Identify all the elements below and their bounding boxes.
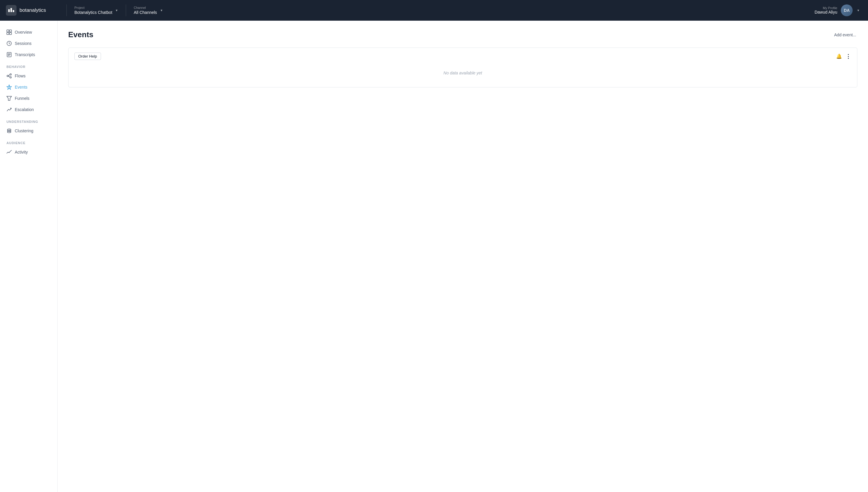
- sidebar-item-funnels-label: Funnels: [15, 96, 29, 101]
- main-content: Events Add event... Order Help 🔔 ⋮ No da…: [57, 21, 868, 492]
- event-card: Order Help 🔔 ⋮ No data available yet: [68, 48, 858, 88]
- page-title: Events: [68, 30, 93, 39]
- sidebar-item-events-label: Events: [15, 85, 27, 90]
- audience-section-label: AUDIENCE: [0, 137, 57, 146]
- project-value: Botanalytics Chatbot: [74, 10, 112, 15]
- sidebar-item-overview[interactable]: Overview: [0, 27, 57, 38]
- page-header: Events Add event...: [68, 30, 858, 39]
- channel-dropdown[interactable]: Channel All Channels ▾: [129, 3, 182, 17]
- sidebar-item-events[interactable]: Events: [0, 81, 57, 93]
- nav-divider-2: [126, 4, 126, 16]
- svg-point-14: [10, 74, 11, 75]
- activity-icon: [6, 149, 12, 155]
- svg-point-15: [10, 77, 11, 78]
- sessions-icon: [6, 41, 12, 46]
- sidebar-item-transcripts[interactable]: Transcripts: [0, 49, 57, 60]
- clustering-icon: [6, 128, 12, 133]
- avatar: DA: [841, 4, 853, 16]
- nav-divider-1: [67, 4, 67, 16]
- botanalytics-logo-icon: [6, 5, 17, 16]
- profile-name: Dawud Aliyu: [815, 10, 837, 15]
- svg-line-17: [8, 76, 10, 77]
- svg-rect-6: [7, 32, 9, 34]
- more-options-icon[interactable]: ⋮: [846, 53, 851, 60]
- svg-rect-7: [9, 32, 11, 34]
- transcripts-icon: [6, 52, 12, 57]
- understanding-section-label: UNDERSTANDING: [0, 115, 57, 125]
- svg-rect-3: [13, 10, 14, 12]
- channel-value: All Channels: [134, 10, 157, 15]
- channel-chevron-icon: ▾: [161, 8, 162, 13]
- svg-point-23: [7, 131, 11, 133]
- sidebar-item-sessions-label: Sessions: [15, 41, 32, 46]
- profile-label: My Profile: [815, 6, 837, 10]
- project-chevron-icon: ▾: [116, 8, 118, 13]
- no-data-message: No data available yet: [74, 64, 851, 82]
- svg-marker-20: [7, 96, 11, 100]
- overview-icon: [6, 29, 12, 35]
- sidebar-item-flows[interactable]: Flows: [0, 70, 57, 81]
- project-label: Project: [74, 6, 112, 9]
- event-tag: Order Help: [74, 53, 101, 60]
- escalation-icon: [6, 107, 12, 112]
- svg-rect-2: [10, 8, 12, 12]
- sidebar-item-activity[interactable]: Activity: [0, 146, 57, 158]
- svg-rect-4: [7, 30, 9, 32]
- sidebar-item-funnels[interactable]: Funnels: [0, 93, 57, 104]
- event-card-header: Order Help 🔔 ⋮: [74, 53, 851, 60]
- brand-logo-area: botanalytics: [6, 5, 63, 16]
- sidebar: Overview Sessions Transcripts: [0, 21, 57, 492]
- svg-line-16: [8, 75, 10, 76]
- sidebar-item-overview-label: Overview: [15, 30, 32, 34]
- sidebar-item-activity-label: Activity: [15, 150, 28, 154]
- svg-rect-5: [9, 30, 11, 32]
- behavior-section-label: BEHAVIOR: [0, 60, 57, 70]
- channel-label: Channel: [134, 6, 157, 9]
- flows-icon: [6, 73, 12, 78]
- bell-icon[interactable]: 🔔: [836, 53, 842, 59]
- sidebar-item-clustering-label: Clustering: [15, 128, 33, 133]
- top-navigation: botanalytics Project Botanalytics Chatbo…: [0, 0, 868, 21]
- funnels-icon: [6, 96, 12, 101]
- svg-rect-1: [8, 9, 10, 12]
- sidebar-item-escalation-label: Escalation: [15, 107, 34, 112]
- brand-name: botanalytics: [20, 7, 46, 13]
- profile-chevron-icon: ▾: [858, 8, 859, 13]
- sidebar-item-clustering[interactable]: Clustering: [0, 125, 57, 137]
- sidebar-item-flows-label: Flows: [15, 74, 26, 78]
- add-event-button[interactable]: Add event...: [833, 31, 858, 39]
- sidebar-item-escalation[interactable]: Escalation: [0, 104, 57, 115]
- svg-point-13: [7, 75, 8, 77]
- sidebar-item-transcripts-label: Transcripts: [15, 52, 35, 57]
- profile-dropdown[interactable]: My Profile Dawud Aliyu DA ▾: [812, 3, 862, 18]
- app-body: Overview Sessions Transcripts: [0, 21, 868, 492]
- event-card-actions: 🔔 ⋮: [836, 53, 851, 60]
- project-dropdown[interactable]: Project Botanalytics Chatbot ▾: [70, 3, 123, 17]
- events-icon: [6, 84, 12, 90]
- sidebar-item-sessions[interactable]: Sessions: [0, 38, 57, 49]
